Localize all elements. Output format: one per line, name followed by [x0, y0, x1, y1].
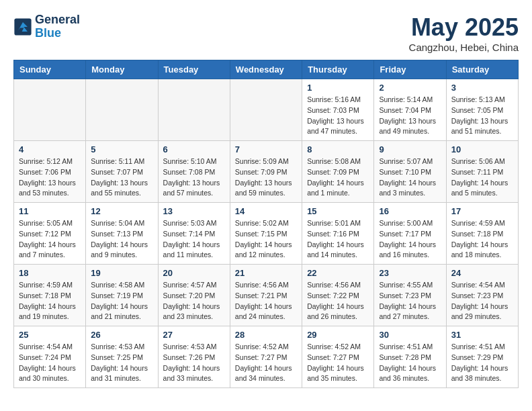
calendar-cell: 17Sunrise: 4:59 AM Sunset: 7:18 PM Dayli…	[446, 203, 518, 265]
day-info: Sunrise: 5:00 AM Sunset: 7:17 PM Dayligh…	[379, 218, 441, 261]
calendar-cell: 21Sunrise: 4:56 AM Sunset: 7:21 PM Dayli…	[230, 265, 302, 326]
calendar-cell: 31Sunrise: 4:51 AM Sunset: 7:29 PM Dayli…	[446, 326, 518, 388]
day-number: 14	[235, 206, 297, 216]
calendar-cell	[86, 79, 158, 141]
calendar-cell: 30Sunrise: 4:51 AM Sunset: 7:28 PM Dayli…	[374, 326, 446, 388]
day-info: Sunrise: 5:01 AM Sunset: 7:16 PM Dayligh…	[307, 218, 369, 261]
day-info: Sunrise: 5:04 AM Sunset: 7:13 PM Dayligh…	[91, 218, 152, 261]
calendar-cell: 8Sunrise: 5:08 AM Sunset: 7:09 PM Daylig…	[302, 141, 374, 203]
day-number: 19	[91, 268, 152, 278]
calendar-cell: 3Sunrise: 5:13 AM Sunset: 7:05 PM Daylig…	[446, 79, 518, 141]
day-info: Sunrise: 4:59 AM Sunset: 7:18 PM Dayligh…	[451, 218, 513, 261]
calendar-cell: 24Sunrise: 4:54 AM Sunset: 7:23 PM Dayli…	[446, 265, 518, 326]
day-number: 9	[379, 144, 441, 154]
day-info: Sunrise: 4:56 AM Sunset: 7:21 PM Dayligh…	[235, 280, 297, 322]
day-number: 24	[451, 268, 513, 278]
logo-text: General Blue	[35, 13, 80, 40]
weekday-header-sunday: Sunday	[14, 60, 86, 79]
calendar-cell: 2Sunrise: 5:14 AM Sunset: 7:04 PM Daylig…	[374, 79, 446, 141]
weekday-header-tuesday: Tuesday	[158, 60, 230, 79]
weekday-header-saturday: Saturday	[446, 60, 518, 79]
day-number: 2	[379, 83, 441, 93]
week-row-3: 11Sunrise: 5:05 AM Sunset: 7:12 PM Dayli…	[14, 203, 519, 265]
day-number: 21	[235, 268, 297, 278]
calendar-cell: 6Sunrise: 5:10 AM Sunset: 7:08 PM Daylig…	[158, 141, 230, 203]
day-number: 20	[163, 268, 225, 278]
week-row-4: 18Sunrise: 4:59 AM Sunset: 7:18 PM Dayli…	[14, 265, 519, 326]
day-info: Sunrise: 5:05 AM Sunset: 7:12 PM Dayligh…	[19, 218, 81, 261]
day-number: 17	[451, 206, 513, 216]
day-number: 5	[91, 144, 152, 154]
day-info: Sunrise: 5:16 AM Sunset: 7:03 PM Dayligh…	[307, 95, 369, 137]
day-info: Sunrise: 4:56 AM Sunset: 7:22 PM Dayligh…	[307, 280, 369, 322]
day-number: 6	[163, 144, 225, 154]
page-header: General Blue May 2025 Cangzhou, Hebei, C…	[13, 13, 519, 53]
day-info: Sunrise: 4:52 AM Sunset: 7:27 PM Dayligh…	[307, 342, 369, 384]
week-row-1: 1Sunrise: 5:16 AM Sunset: 7:03 PM Daylig…	[14, 79, 519, 141]
weekday-header-row: SundayMondayTuesdayWednesdayThursdayFrid…	[14, 60, 519, 79]
calendar-cell	[230, 79, 302, 141]
day-number: 13	[163, 206, 225, 216]
weekday-header-wednesday: Wednesday	[230, 60, 302, 79]
day-info: Sunrise: 4:58 AM Sunset: 7:19 PM Dayligh…	[91, 280, 152, 322]
week-row-5: 25Sunrise: 4:54 AM Sunset: 7:24 PM Dayli…	[14, 326, 519, 388]
month-title: May 2025	[409, 13, 519, 42]
weekday-header-friday: Friday	[374, 60, 446, 79]
day-info: Sunrise: 4:53 AM Sunset: 7:26 PM Dayligh…	[163, 342, 225, 384]
day-info: Sunrise: 5:03 AM Sunset: 7:14 PM Dayligh…	[163, 218, 225, 261]
day-number: 23	[379, 268, 441, 278]
day-number: 11	[19, 206, 81, 216]
calendar-cell: 5Sunrise: 5:11 AM Sunset: 7:07 PM Daylig…	[86, 141, 158, 203]
day-number: 8	[307, 144, 369, 154]
week-row-2: 4Sunrise: 5:12 AM Sunset: 7:06 PM Daylig…	[14, 141, 519, 203]
calendar-cell: 4Sunrise: 5:12 AM Sunset: 7:06 PM Daylig…	[14, 141, 86, 203]
day-info: Sunrise: 4:53 AM Sunset: 7:25 PM Dayligh…	[91, 342, 152, 384]
day-info: Sunrise: 5:10 AM Sunset: 7:08 PM Dayligh…	[163, 156, 225, 199]
day-number: 26	[91, 330, 152, 340]
day-info: Sunrise: 4:59 AM Sunset: 7:18 PM Dayligh…	[19, 280, 81, 322]
day-info: Sunrise: 4:51 AM Sunset: 7:29 PM Dayligh…	[451, 342, 513, 384]
day-info: Sunrise: 5:11 AM Sunset: 7:07 PM Dayligh…	[91, 156, 152, 199]
day-info: Sunrise: 5:13 AM Sunset: 7:05 PM Dayligh…	[451, 95, 513, 137]
day-info: Sunrise: 5:08 AM Sunset: 7:09 PM Dayligh…	[307, 156, 369, 199]
day-number: 18	[19, 268, 81, 278]
day-info: Sunrise: 4:57 AM Sunset: 7:20 PM Dayligh…	[163, 280, 225, 322]
calendar-cell: 12Sunrise: 5:04 AM Sunset: 7:13 PM Dayli…	[86, 203, 158, 265]
weekday-header-monday: Monday	[86, 60, 158, 79]
calendar-cell: 10Sunrise: 5:06 AM Sunset: 7:11 PM Dayli…	[446, 141, 518, 203]
calendar-cell: 20Sunrise: 4:57 AM Sunset: 7:20 PM Dayli…	[158, 265, 230, 326]
day-number: 31	[451, 330, 513, 340]
calendar-cell: 11Sunrise: 5:05 AM Sunset: 7:12 PM Dayli…	[14, 203, 86, 265]
day-info: Sunrise: 5:09 AM Sunset: 7:09 PM Dayligh…	[235, 156, 297, 199]
calendar-cell: 26Sunrise: 4:53 AM Sunset: 7:25 PM Dayli…	[86, 326, 158, 388]
calendar-table: SundayMondayTuesdayWednesdayThursdayFrid…	[13, 60, 519, 388]
logo: General Blue	[13, 13, 80, 40]
calendar-cell: 1Sunrise: 5:16 AM Sunset: 7:03 PM Daylig…	[302, 79, 374, 141]
day-info: Sunrise: 4:55 AM Sunset: 7:23 PM Dayligh…	[379, 280, 441, 322]
logo-icon	[13, 17, 32, 36]
calendar-cell: 18Sunrise: 4:59 AM Sunset: 7:18 PM Dayli…	[14, 265, 86, 326]
calendar-cell: 9Sunrise: 5:07 AM Sunset: 7:10 PM Daylig…	[374, 141, 446, 203]
day-number: 12	[91, 206, 152, 216]
calendar-cell: 7Sunrise: 5:09 AM Sunset: 7:09 PM Daylig…	[230, 141, 302, 203]
calendar-cell: 22Sunrise: 4:56 AM Sunset: 7:22 PM Dayli…	[302, 265, 374, 326]
day-info: Sunrise: 4:54 AM Sunset: 7:23 PM Dayligh…	[451, 280, 513, 322]
calendar-cell: 19Sunrise: 4:58 AM Sunset: 7:19 PM Dayli…	[86, 265, 158, 326]
location-subtitle: Cangzhou, Hebei, China	[409, 42, 519, 53]
day-number: 1	[307, 83, 369, 93]
weekday-header-thursday: Thursday	[302, 60, 374, 79]
day-number: 22	[307, 268, 369, 278]
day-info: Sunrise: 5:14 AM Sunset: 7:04 PM Dayligh…	[379, 95, 441, 137]
calendar-cell: 27Sunrise: 4:53 AM Sunset: 7:26 PM Dayli…	[158, 326, 230, 388]
day-info: Sunrise: 4:54 AM Sunset: 7:24 PM Dayligh…	[19, 342, 81, 384]
calendar-cell	[158, 79, 230, 141]
day-info: Sunrise: 5:06 AM Sunset: 7:11 PM Dayligh…	[451, 156, 513, 199]
day-number: 15	[307, 206, 369, 216]
calendar-cell: 23Sunrise: 4:55 AM Sunset: 7:23 PM Dayli…	[374, 265, 446, 326]
calendar-cell: 28Sunrise: 4:52 AM Sunset: 7:27 PM Dayli…	[230, 326, 302, 388]
day-info: Sunrise: 4:52 AM Sunset: 7:27 PM Dayligh…	[235, 342, 297, 384]
day-info: Sunrise: 5:12 AM Sunset: 7:06 PM Dayligh…	[19, 156, 81, 199]
day-number: 27	[163, 330, 225, 340]
calendar-cell: 14Sunrise: 5:02 AM Sunset: 7:15 PM Dayli…	[230, 203, 302, 265]
day-number: 4	[19, 144, 81, 154]
